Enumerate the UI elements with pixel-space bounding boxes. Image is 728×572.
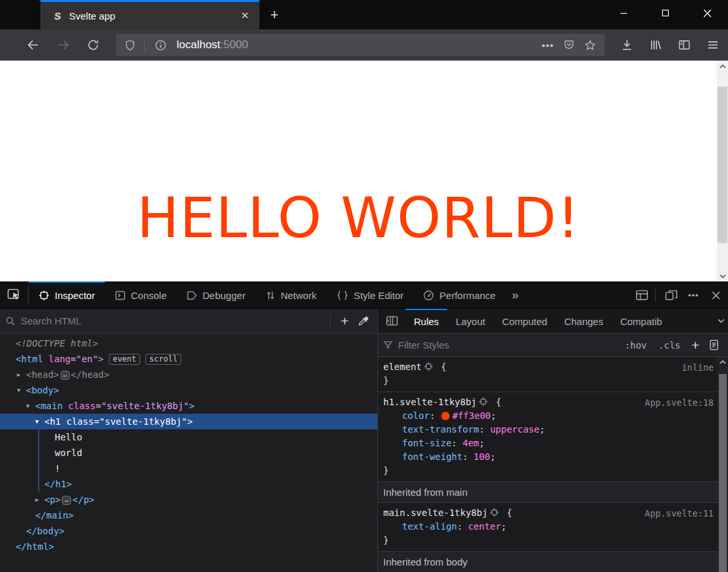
devtools-tab-inspector[interactable]: Inspector (29, 281, 105, 308)
page-actions-icon[interactable]: ••• (542, 40, 554, 51)
markup-row[interactable]: </main> (0, 508, 377, 523)
forward-button[interactable] (52, 34, 74, 56)
eyedropper-icon[interactable] (354, 312, 372, 330)
pseudo-class-panel-button[interactable]: :hov (625, 340, 647, 350)
reload-button[interactable] (82, 34, 104, 56)
devtools-tab-debugger[interactable]: Debugger (177, 281, 255, 308)
markup-row[interactable]: </h1> (0, 476, 377, 492)
rule-source-link[interactable]: inline (682, 361, 714, 375)
markup-row[interactable]: ▶<p>…</p> (0, 492, 377, 508)
rules-scrollbar-thumb[interactable] (719, 374, 727, 572)
window-maximize-button[interactable] (645, 0, 686, 26)
window-minimize-button[interactable] (603, 0, 645, 26)
page-scrollbar[interactable] (717, 61, 728, 281)
bookmark-star-icon[interactable] (584, 39, 596, 51)
markup-row[interactable]: ▼<h1 class="svelte-1tky8bj"> (0, 414, 377, 429)
markup-row[interactable]: ▼<body> (0, 382, 377, 398)
rule-selector[interactable]: main.svelte-1tky8bj (383, 508, 488, 518)
responsive-design-icon[interactable] (662, 285, 681, 305)
dock-side-icon[interactable] (632, 285, 652, 305)
url-bar[interactable]: localhost:5000 ••• (116, 34, 605, 56)
rule-selector[interactable]: element (383, 362, 422, 372)
window-close-button[interactable] (686, 0, 728, 26)
markup-row[interactable]: </html> (0, 539, 377, 554)
markup-row[interactable]: <!DOCTYPE html> (0, 336, 377, 351)
sidebar-tab-changes[interactable]: Changes (556, 309, 612, 333)
search-html-input[interactable]: Search HTML (21, 315, 325, 326)
print-simulation-icon[interactable] (705, 336, 723, 354)
color-swatch[interactable] (441, 412, 450, 420)
rule-source-link[interactable]: App.svelte:18 (645, 396, 714, 410)
collapse-arrow-icon[interactable]: ▼ (26, 398, 29, 414)
devtools-tab-label: Console (131, 290, 167, 301)
collapsed-ellipsis-icon[interactable]: … (61, 371, 70, 380)
markup-row[interactable]: ! (0, 461, 377, 476)
page-scrollbar-thumb[interactable] (718, 87, 727, 243)
markup-row[interactable]: ▼<main class="svelte-1tky8bj"> (0, 398, 377, 414)
tracking-shield-icon[interactable] (124, 39, 136, 51)
highlight-selector-icon[interactable] (479, 397, 488, 406)
pocket-icon[interactable] (563, 39, 575, 51)
class-panel-button[interactable]: .cls (658, 340, 680, 350)
markup-row[interactable]: </body> (0, 523, 377, 539)
site-info-icon[interactable] (154, 39, 167, 51)
css-declaration[interactable]: text-align: center; (383, 520, 712, 534)
collapsed-ellipsis-icon[interactable]: … (62, 496, 71, 505)
devtools-meatball-menu-icon[interactable]: ••• (684, 285, 703, 305)
element-picker-button[interactable] (0, 285, 29, 304)
css-declaration[interactable]: text-transform: uppercase; (383, 423, 712, 436)
url-text[interactable]: localhost:5000 (177, 38, 537, 51)
markup-token: <main (35, 401, 63, 411)
markup-token: <html (16, 354, 43, 364)
markup-row[interactable]: ▶<head>…</head> (0, 367, 377, 382)
expand-arrow-icon[interactable]: ▶ (35, 492, 38, 508)
menu-hamburger-icon[interactable] (702, 34, 724, 56)
css-declaration[interactable]: font-weight: 100; (383, 450, 712, 464)
devtools-tab-performance[interactable]: Performance (413, 281, 505, 308)
more-tools-chevron[interactable]: » (505, 281, 525, 308)
markup-badge[interactable]: scroll (145, 354, 181, 365)
scroll-up-icon[interactable] (717, 61, 728, 72)
highlight-selector-icon[interactable] (424, 362, 433, 371)
css-rule[interactable]: h1.svelte-1tky8bj {App.svelte:18color: #… (378, 392, 718, 482)
css-declaration[interactable]: font-size: 4em; (383, 436, 712, 450)
sidebar-tab-compatib[interactable]: Compatib (612, 309, 662, 333)
sidebar-toggle-icon[interactable] (673, 34, 695, 56)
highlight-selector-icon[interactable] (490, 508, 499, 517)
downloads-icon[interactable] (616, 34, 638, 56)
css-rule[interactable]: element {inline} (378, 357, 718, 392)
rule-open-brace: { (490, 397, 501, 407)
browser-tab[interactable]: S Svelte app ✕ (40, 0, 259, 29)
markup-row[interactable]: <html lang="en">eventscroll (0, 351, 377, 367)
devtools-tab-network[interactable]: Network (255, 281, 327, 308)
devtools-close-icon[interactable] (706, 285, 725, 305)
css-rule[interactable]: main.svelte-1tky8bj {App.svelte:11text-a… (378, 503, 718, 552)
rule-source-link[interactable]: App.svelte:11 (645, 507, 714, 521)
filter-styles-input[interactable]: Filter Styles (398, 339, 619, 350)
rules-scrollbar[interactable] (718, 357, 728, 572)
collapse-arrow-icon[interactable]: ▼ (17, 382, 20, 398)
rule-selector[interactable]: h1.svelte-1tky8bj (383, 397, 476, 407)
sidebar-tab-computed[interactable]: Computed (493, 309, 555, 333)
sidebar-collapse-icon[interactable] (378, 309, 405, 333)
add-rule-button[interactable]: + (686, 336, 705, 354)
scroll-down-icon[interactable] (717, 270, 728, 281)
tab-close-icon[interactable]: ✕ (237, 8, 253, 23)
css-declaration[interactable]: color: #ff3e00; (383, 409, 712, 423)
markup-badge[interactable]: event (109, 354, 140, 365)
library-icon[interactable] (645, 34, 667, 56)
markup-row[interactable]: Hello (0, 429, 377, 445)
sidebar-tabs-overflow-icon[interactable] (714, 309, 728, 333)
search-row-separator (330, 315, 330, 328)
sidebar-tab-layout[interactable]: Layout (447, 309, 493, 333)
expand-arrow-icon[interactable]: ▶ (17, 367, 20, 382)
devtools-tab-console[interactable]: Console (105, 281, 177, 308)
collapse-arrow-icon[interactable]: ▼ (35, 414, 38, 429)
new-tab-button[interactable]: + (263, 4, 285, 26)
devtools-panels: Search HTML + <!DOCTYPE html><html lang=… (0, 309, 728, 572)
markup-row[interactable]: world (0, 445, 377, 461)
add-node-button[interactable]: + (336, 312, 354, 330)
back-button[interactable] (22, 34, 44, 56)
sidebar-tab-rules[interactable]: Rules (405, 309, 447, 333)
devtools-tab-style-editor[interactable]: Style Editor (327, 281, 414, 308)
